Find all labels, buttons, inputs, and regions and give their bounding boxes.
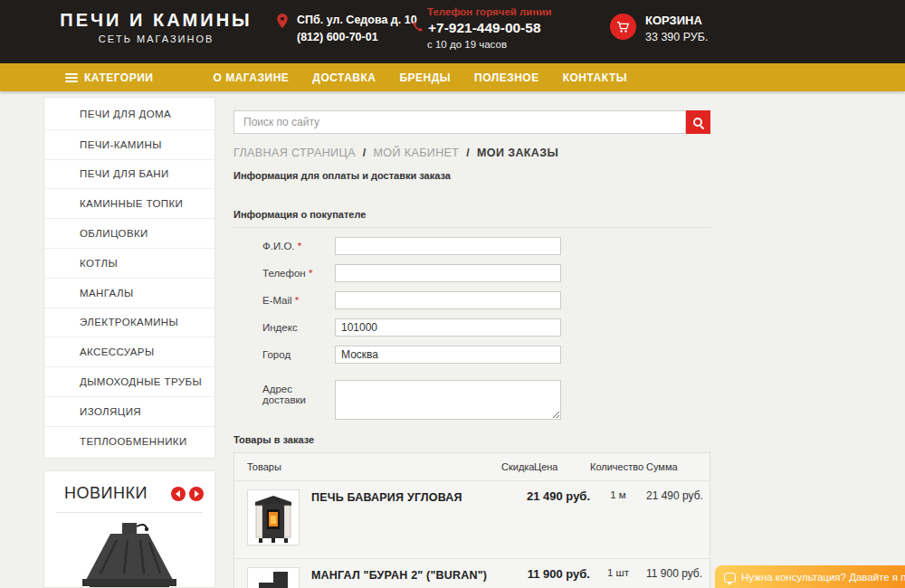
cell-quantity: 1 м <box>590 489 646 500</box>
site-logo[interactable]: ПЕЧИ И КАМИНЫ СЕТЬ МАГАЗИНОВ <box>50 10 262 44</box>
fio-field[interactable] <box>335 237 561 255</box>
product-thumbnail[interactable] <box>247 567 300 588</box>
sidebar-item-elektrokaminy[interactable]: ЭЛЕКТРОКАМИНЫ <box>44 308 214 337</box>
hotline-label: Телефон горячей линии <box>427 6 552 17</box>
hotline-number: +7-921-449-00-58 <box>428 20 541 36</box>
sidebar-item-mangaly[interactable]: МАНГАЛЫ <box>44 278 214 308</box>
main-content: ГЛАВНАЯ СТРАНИЦА / МОЙ КАБИНЕТ / МОИ ЗАК… <box>233 97 710 588</box>
product-thumbnail[interactable] <box>247 489 300 545</box>
order-section-title: Товары в заказе <box>233 434 710 445</box>
header: ПЕЧИ И КАМИНЫ СЕТЬ МАГАЗИНОВ СПб. ул. Се… <box>0 0 905 63</box>
sidebar-item-pechi-dlya-doma[interactable]: ПЕЧИ ДЛЯ ДОМА <box>44 100 214 129</box>
prev-arrow-button[interactable] <box>171 487 186 501</box>
chat-widget[interactable]: Нужна консультация? Давайте я помогу! <box>715 565 905 588</box>
store-address: СПб. ул. Седова д. 10 (812) 600-70-01 <box>274 12 417 46</box>
novelty-product-image[interactable] <box>44 517 214 588</box>
email-field[interactable] <box>335 291 561 309</box>
sidebar-item-kaminnye-topki[interactable]: КАМИННЫЕ ТОПКИ <box>44 188 214 218</box>
field-label-address: Адрес доставки <box>233 380 335 405</box>
chat-message: Нужна консультация? Давайте я помогу! <box>741 572 905 583</box>
novelties-title: НОВИНКИ <box>64 484 148 503</box>
sidebar-item-kotly[interactable]: КОТЛЫ <box>44 248 214 278</box>
col-header-sum: Сумма <box>646 461 695 472</box>
novelties-widget: НОВИНКИ <box>43 470 215 588</box>
nav-label: БРЕНДЫ <box>399 71 451 84</box>
next-arrow-button[interactable] <box>189 487 204 501</box>
location-pin-icon <box>274 12 291 46</box>
address-line-2: (812) 600-70-01 <box>297 29 417 46</box>
cell-sum: 21 490 руб. <box>646 489 703 502</box>
col-header-discount: Скидка <box>501 461 534 472</box>
search-icon <box>692 117 704 128</box>
sidebar-item-aksessuary[interactable]: АКСЕССУАРЫ <box>44 337 214 366</box>
breadcrumb-home[interactable]: ГЛАВНАЯ СТРАНИЦА <box>233 147 356 159</box>
page-intro: Информация для оплаты и доставки заказа <box>233 170 710 181</box>
category-sidebar: ПЕЧИ ДЛЯ ДОМА ПЕЧИ-КАМИНЫ ПЕЧИ ДЛЯ БАНИ … <box>43 97 215 459</box>
search-input[interactable] <box>233 110 686 134</box>
hotline-phone[interactable]: +7-921-449-00-58 <box>412 20 552 36</box>
sidebar-item-teploobmenniki[interactable]: ТЕПЛООБМЕННИКИ <box>44 426 214 456</box>
nav-item-contacts[interactable]: КОНТАКТЫ <box>563 71 627 84</box>
cart-total: 33 390 РУБ. <box>645 31 708 43</box>
order-table-header: Товары Скидка Цена Количество Сумма <box>234 453 710 481</box>
postal-index-field[interactable] <box>335 318 561 337</box>
main-nav: КАТЕГОРИИ О МАГАЗИНЕ ДОСТАВКА БРЕНДЫ ПОЛ… <box>0 63 905 91</box>
cell-price: 21 490 руб. <box>534 489 590 503</box>
nav-item-brands[interactable]: БРЕНДЫ <box>399 71 451 84</box>
sidebar-item-izolyaciya[interactable]: ИЗОЛЯЦИЯ <box>44 396 214 426</box>
cart-label: КОРЗИНА <box>645 14 708 27</box>
hotline-hours: с 10 до 19 часов <box>427 39 552 50</box>
field-label-index: Индекс <box>233 322 335 333</box>
cell-sum: 11 900 руб. <box>646 567 702 580</box>
nav-label: КАТЕГОРИИ <box>84 71 153 84</box>
sidebar-item-oblicovki[interactable]: ОБЛИЦОВКИ <box>44 218 214 248</box>
nav-label: ПОЛЕЗНОЕ <box>474 71 539 84</box>
nav-item-categories[interactable]: КАТЕГОРИИ <box>65 71 153 84</box>
search-button[interactable] <box>686 110 710 134</box>
logo-title: ПЕЧИ И КАМИНЫ <box>50 10 262 31</box>
delivery-address-field[interactable] <box>335 380 561 420</box>
divider <box>56 512 203 513</box>
breadcrumb-separator: / <box>363 147 367 159</box>
phone-field[interactable] <box>335 264 561 282</box>
arrow-left-icon <box>176 490 180 498</box>
nav-item-useful[interactable]: ПОЛЕЗНОЕ <box>474 71 539 84</box>
arrow-right-icon <box>195 490 199 498</box>
nav-label: ДОСТАВКА <box>312 71 376 84</box>
cart-icon <box>610 14 636 40</box>
sidebar-item-dymohodnye-truby[interactable]: ДЫМОХОДНЫЕ ТРУБЫ <box>44 366 214 396</box>
logo-subtitle: СЕТЬ МАГАЗИНОВ <box>50 33 262 44</box>
nav-label: О МАГАЗИНЕ <box>213 71 289 84</box>
field-label-city: Город <box>233 349 335 360</box>
sidebar-item-pechi-kaminy[interactable]: ПЕЧИ-КАМИНЫ <box>44 129 214 159</box>
hotline-block: Телефон горячей линии +7-921-449-00-58 с… <box>412 6 552 50</box>
cart-widget[interactable]: КОРЗИНА 33 390 РУБ. <box>610 9 708 43</box>
menu-icon <box>65 71 78 84</box>
sidebar-item-pechi-dlya-bani[interactable]: ПЕЧИ ДЛЯ БАНИ <box>44 159 214 189</box>
required-mark: * <box>298 241 301 251</box>
breadcrumb-current: МОИ ЗАКАЗЫ <box>477 147 558 159</box>
col-header-price: Цена <box>534 461 590 472</box>
field-label-email: E-Mail * <box>233 295 335 306</box>
breadcrumb-separator: / <box>466 147 470 159</box>
nav-item-delivery[interactable]: ДОСТАВКА <box>312 71 376 84</box>
required-mark: * <box>295 295 299 306</box>
nav-item-about[interactable]: О МАГАЗИНЕ <box>213 71 289 84</box>
cell-quantity: 1 шт <box>590 567 646 578</box>
col-header-quantity: Количество <box>590 461 646 472</box>
address-line-1: СПб. ул. Седова д. 10 <box>297 12 417 29</box>
nav-label: КОНТАКТЫ <box>563 71 627 84</box>
city-field[interactable] <box>335 346 561 364</box>
buyer-section-title: Информация о покупателе <box>233 209 710 228</box>
buyer-form: Ф.И.О. * Телефон * E-Mail * Индекс Город… <box>233 237 710 420</box>
cell-price: 11 900 руб. <box>534 567 590 581</box>
chat-bubble-icon <box>724 573 736 583</box>
table-row: МАНГАЛ "БУРАН 2" ("BURAN") 11 900 руб. 1… <box>234 558 710 588</box>
field-label-fio: Ф.И.О. * <box>233 241 335 251</box>
breadcrumb-cabinet[interactable]: МОЙ КАБИНЕТ <box>374 147 460 159</box>
product-title[interactable]: ПЕЧЬ БАВАРИЯ УГЛОВАЯ <box>311 489 462 545</box>
product-title[interactable]: МАНГАЛ "БУРАН 2" ("BURAN") <box>311 567 487 588</box>
phone-icon <box>412 20 424 36</box>
table-row: ПЕЧЬ БАВАРИЯ УГЛОВАЯ 21 490 руб. 1 м 21 … <box>234 481 710 558</box>
col-header-products: Товары <box>247 461 501 472</box>
